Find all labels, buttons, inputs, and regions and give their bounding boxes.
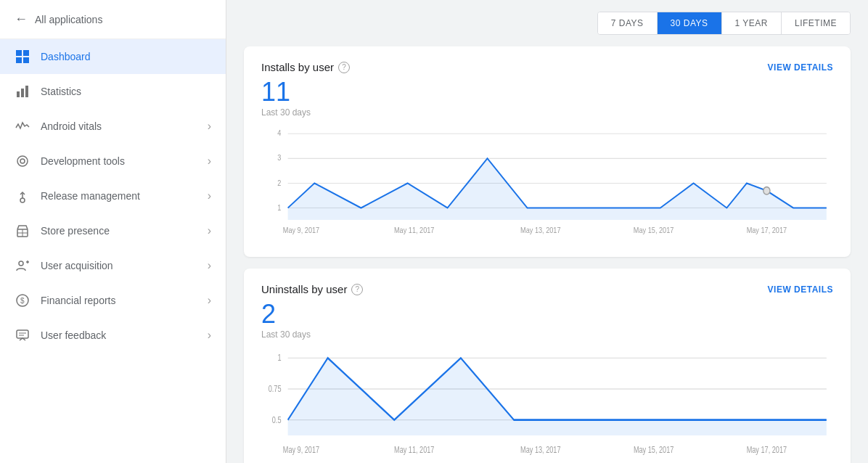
- sidebar-item-development-tools[interactable]: Development tools ›: [0, 144, 226, 179]
- installs-period-label: Last 30 days: [261, 107, 833, 118]
- svg-point-30: [763, 187, 770, 194]
- chevron-financial-reports-icon: ›: [208, 294, 211, 307]
- installs-chart: 4 3 2 1 May 9, 2017 May 11, 2017 May 13,…: [261, 126, 833, 242]
- sidebar-item-android-vitals[interactable]: Android vitals ›: [0, 109, 226, 144]
- sidebar-item-label-user-acquisition: User acquisition: [41, 260, 208, 271]
- uninstalls-chart-svg: 1 0.75 0.5 May 9, 2017 May 11, 2017 May …: [261, 348, 833, 463]
- svg-text:May 15, 2017: May 15, 2017: [634, 226, 673, 234]
- dashboard-content: Installs by user ? VIEW DETAILS 11 Last …: [226, 46, 868, 463]
- svg-text:May 9, 2017: May 9, 2017: [283, 445, 319, 455]
- svg-text:May 13, 2017: May 13, 2017: [520, 445, 560, 455]
- svg-rect-3: [23, 57, 29, 63]
- uninstalls-view-details[interactable]: VIEW DETAILS: [768, 284, 833, 295]
- svg-rect-6: [25, 86, 28, 97]
- user-acquisition-icon: [15, 258, 30, 273]
- svg-text:2: 2: [277, 179, 281, 187]
- installs-help-icon[interactable]: ?: [338, 62, 350, 73]
- svg-point-13: [19, 261, 23, 266]
- main-content: 7 DAYS 30 DAYS 1 YEAR LIFETIME Installs …: [226, 0, 868, 463]
- sidebar: ← All applications Dashboard: [0, 0, 226, 463]
- svg-text:0.5: 0.5: [272, 414, 282, 425]
- svg-text:$: $: [20, 297, 25, 305]
- sidebar-item-label-user-feedback: User feedback: [41, 329, 208, 341]
- sidebar-item-release-management[interactable]: Release management ›: [0, 179, 226, 213]
- sidebar-item-label-financial-reports: Financial reports: [41, 295, 208, 306]
- svg-point-8: [20, 159, 25, 163]
- uninstalls-title-text: Uninstalls by user: [261, 283, 347, 295]
- sidebar-item-label-statistics: Statistics: [41, 86, 211, 97]
- sidebar-item-financial-reports[interactable]: $ Financial reports ›: [0, 283, 226, 318]
- back-arrow-icon: ←: [15, 12, 28, 27]
- chevron-release-management-icon: ›: [208, 189, 211, 202]
- time-btn-1year[interactable]: 1 YEAR: [722, 12, 782, 34]
- svg-rect-2: [16, 57, 22, 63]
- uninstalls-period-label: Last 30 days: [261, 329, 833, 340]
- back-label: All applications: [35, 14, 102, 25]
- time-btn-30days[interactable]: 30 DAYS: [658, 12, 722, 34]
- development-tools-icon: [15, 154, 30, 168]
- svg-marker-29: [288, 159, 827, 221]
- installs-card-title: Installs by user ?: [261, 61, 350, 73]
- sidebar-item-label-android-vitals: Android vitals: [41, 120, 208, 132]
- release-management-icon: [15, 189, 30, 203]
- svg-rect-4: [17, 91, 20, 97]
- sidebar-item-user-feedback[interactable]: User feedback ›: [0, 318, 226, 353]
- svg-text:May 15, 2017: May 15, 2017: [634, 445, 673, 455]
- svg-text:3: 3: [277, 154, 281, 163]
- svg-text:4: 4: [277, 129, 282, 138]
- svg-rect-5: [21, 89, 24, 97]
- uninstalls-metric-value: 2: [261, 298, 833, 329]
- time-btn-lifetime[interactable]: LIFETIME: [782, 12, 850, 34]
- top-bar: 7 DAYS 30 DAYS 1 YEAR LIFETIME: [226, 0, 868, 46]
- sidebar-item-dashboard[interactable]: Dashboard: [0, 39, 226, 74]
- dashboard-icon: [15, 49, 30, 64]
- store-presence-icon: [15, 224, 30, 238]
- installs-view-details[interactable]: VIEW DETAILS: [768, 62, 833, 73]
- sidebar-item-label-development-tools: Development tools: [41, 155, 208, 167]
- uninstalls-chart: 1 0.75 0.5 May 9, 2017 May 11, 2017 May …: [261, 348, 833, 463]
- chevron-development-tools-icon: ›: [208, 155, 211, 168]
- svg-text:May 9, 2017: May 9, 2017: [283, 226, 319, 234]
- android-vitals-icon: [15, 119, 30, 134]
- svg-text:May 11, 2017: May 11, 2017: [394, 226, 434, 234]
- uninstalls-help-icon[interactable]: ?: [351, 284, 363, 295]
- chevron-android-vitals-icon: ›: [208, 120, 211, 133]
- svg-text:1: 1: [277, 353, 281, 363]
- svg-text:May 17, 2017: May 17, 2017: [747, 226, 787, 234]
- svg-point-7: [17, 156, 28, 166]
- svg-text:May 11, 2017: May 11, 2017: [394, 445, 434, 455]
- sidebar-item-statistics[interactable]: Statistics: [0, 74, 226, 109]
- installs-card: Installs by user ? VIEW DETAILS 11 Last …: [244, 46, 851, 257]
- installs-card-header: Installs by user ? VIEW DETAILS: [261, 61, 833, 73]
- user-feedback-icon: [15, 328, 30, 343]
- installs-chart-svg: 4 3 2 1 May 9, 2017 May 11, 2017 May 13,…: [261, 126, 833, 242]
- time-range-selector: 7 DAYS 30 DAYS 1 YEAR LIFETIME: [597, 12, 851, 35]
- uninstalls-card-title: Uninstalls by user ?: [261, 283, 363, 295]
- sidebar-item-label-release-management: Release management: [41, 190, 208, 202]
- svg-text:May 17, 2017: May 17, 2017: [747, 445, 787, 455]
- svg-text:1: 1: [277, 203, 281, 212]
- financial-reports-icon: $: [15, 293, 30, 308]
- chevron-user-acquisition-icon: ›: [208, 259, 211, 272]
- uninstalls-card: Uninstalls by user ? VIEW DETAILS 2 Last…: [244, 269, 851, 463]
- svg-rect-1: [23, 50, 29, 56]
- svg-rect-0: [16, 50, 22, 56]
- installs-metric-value: 11: [261, 76, 833, 107]
- uninstalls-card-header: Uninstalls by user ? VIEW DETAILS: [261, 283, 833, 295]
- sidebar-item-label-dashboard: Dashboard: [41, 51, 211, 62]
- statistics-icon: [15, 84, 30, 99]
- svg-rect-18: [17, 330, 28, 338]
- svg-point-9: [20, 198, 25, 202]
- sidebar-item-user-acquisition[interactable]: User acquisition ›: [0, 248, 226, 283]
- time-btn-7days[interactable]: 7 DAYS: [598, 12, 658, 34]
- sidebar-item-store-presence[interactable]: Store presence ›: [0, 213, 226, 248]
- back-button[interactable]: ← All applications: [0, 0, 226, 39]
- chevron-store-presence-icon: ›: [208, 224, 211, 237]
- svg-text:May 13, 2017: May 13, 2017: [520, 226, 560, 234]
- chevron-user-feedback-icon: ›: [208, 329, 211, 342]
- installs-title-text: Installs by user: [261, 61, 334, 73]
- sidebar-nav: Dashboard Statistics Android vitals ›: [0, 39, 226, 463]
- svg-text:0.75: 0.75: [269, 384, 282, 394]
- sidebar-item-label-store-presence: Store presence: [41, 225, 208, 237]
